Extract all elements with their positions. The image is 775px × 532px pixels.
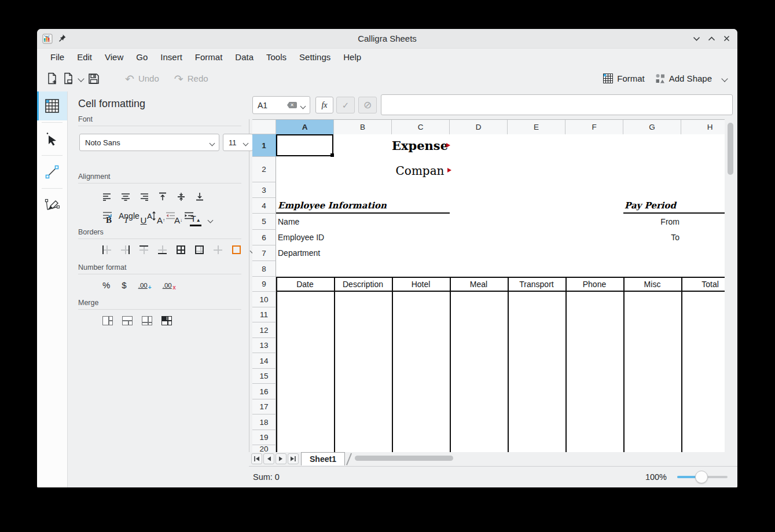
cell-tool-button[interactable] [37, 91, 67, 120]
redo-button[interactable]: ↷ Redo [172, 69, 211, 88]
row-header-6[interactable]: 6 [252, 230, 276, 245]
row-header-17[interactable]: 17 [252, 399, 276, 414]
row-header-12[interactable]: 12 [252, 322, 276, 338]
menu-item-insert[interactable]: Insert [154, 50, 189, 64]
row-header-18[interactable]: 18 [252, 414, 276, 430]
open-dropdown-icon[interactable] [76, 69, 86, 88]
formula-wizard-button[interactable]: fx [315, 97, 333, 113]
previous-sheet-button[interactable] [263, 453, 274, 464]
increase-indent-button[interactable] [182, 209, 196, 222]
accept-formula-button[interactable]: ✓ [336, 97, 355, 113]
cell-header-transport[interactable]: Transport [508, 278, 565, 291]
cell-employee-id[interactable]: Employee ID [278, 230, 324, 245]
selection-fill-handle[interactable] [330, 153, 334, 157]
border-left-icon[interactable] [102, 245, 111, 254]
border-right-icon[interactable] [121, 245, 130, 254]
cell-header-hotel[interactable]: Hotel [392, 278, 450, 291]
row-header-13[interactable]: 13 [252, 338, 276, 353]
row-header-5[interactable]: 5 [252, 214, 276, 230]
add-shape-button[interactable]: Add Shape [653, 69, 714, 88]
border-bottom-icon[interactable] [158, 245, 167, 254]
open-document-button[interactable] [60, 69, 76, 88]
menu-item-go[interactable]: Go [130, 50, 154, 64]
font-size-combobox[interactable]: 11 [223, 134, 253, 151]
zoom-slider-handle[interactable] [695, 471, 708, 483]
menu-item-edit[interactable]: Edit [71, 50, 98, 64]
row-header-3[interactable]: 3 [252, 182, 276, 198]
cell-selection-border[interactable] [276, 134, 333, 156]
format-button[interactable]: Format [601, 69, 647, 88]
align-left-button[interactable] [100, 190, 113, 203]
text-color-dropdown-icon[interactable] [204, 214, 216, 227]
row-header-11[interactable]: 11 [252, 307, 276, 322]
cell-header-phone[interactable]: Phone [565, 278, 623, 291]
border-none-icon[interactable] [214, 245, 222, 254]
line-tool-button[interactable] [37, 157, 67, 186]
cell-pay-period[interactable]: Pay Period [625, 198, 676, 212]
row-header-10[interactable]: 10 [252, 292, 276, 307]
cell-header-description[interactable]: Description [334, 278, 392, 291]
row-header-15[interactable]: 15 [252, 369, 276, 384]
menu-item-view[interactable]: View [98, 50, 130, 64]
clear-icon[interactable]: ✕ [287, 102, 297, 108]
merge-vertical-icon[interactable] [142, 316, 152, 325]
save-button[interactable] [86, 69, 102, 88]
currency-format-button[interactable]: $ [122, 280, 126, 290]
cell-header-meal[interactable]: Meal [450, 278, 508, 291]
cell-header-misc[interactable]: Misc [623, 278, 681, 291]
increase-precision-button[interactable]: .00+ [138, 282, 148, 289]
cell-reference-combobox[interactable]: A1 ✕ [252, 96, 310, 114]
angle-button[interactable]: Angle [119, 211, 139, 221]
cell-title[interactable]: Expense [392, 135, 447, 156]
align-right-button[interactable] [137, 190, 150, 203]
cell-from[interactable]: From [623, 214, 679, 230]
merge-horizontal-icon[interactable] [122, 316, 133, 325]
border-top-icon[interactable] [139, 245, 148, 254]
dissociate-cells-icon[interactable] [161, 316, 172, 325]
column-header-E[interactable]: E [508, 120, 565, 134]
cell-to[interactable]: To [623, 230, 679, 245]
column-header-H[interactable]: H [681, 120, 725, 134]
border-outline-icon[interactable] [195, 245, 204, 254]
minimize-icon[interactable] [692, 34, 701, 43]
cell-name[interactable]: Name [278, 214, 299, 230]
align-top-button[interactable] [156, 190, 169, 203]
align-bottom-button[interactable] [193, 190, 206, 203]
cell-employee-information[interactable]: Employee Information [278, 198, 387, 212]
vertical-scrollbar[interactable] [726, 120, 735, 450]
border-all-icon[interactable] [177, 245, 185, 254]
row-header-2[interactable]: 2 [252, 157, 276, 182]
selection-tool-button[interactable] [37, 124, 67, 153]
align-vcenter-button[interactable] [174, 190, 188, 203]
row-header-14[interactable]: 14 [252, 353, 276, 369]
last-sheet-button[interactable] [288, 453, 299, 464]
menu-item-file[interactable]: File [44, 50, 71, 64]
path-tool-button[interactable] [37, 190, 67, 219]
sheet-tab[interactable]: Sheet1 [301, 452, 345, 465]
decrease-indent-button[interactable] [164, 209, 178, 222]
border-color-swatch[interactable] [232, 245, 241, 254]
sheet-grid[interactable]: Expense Compan Employee Information Pay … [276, 134, 725, 452]
cell-subtitle[interactable]: Compan [392, 159, 448, 182]
menu-item-tools[interactable]: Tools [260, 50, 293, 64]
close-icon[interactable] [722, 34, 732, 43]
title-bar[interactable]: Calligra Sheets [37, 29, 737, 49]
row-header-20[interactable]: 20 [252, 445, 276, 452]
cell-header-date[interactable]: Date [276, 278, 334, 291]
first-sheet-button[interactable] [251, 453, 262, 464]
column-header-G[interactable]: G [623, 120, 681, 134]
zoom-slider[interactable] [677, 471, 728, 483]
formula-input[interactable] [381, 94, 733, 115]
column-header-A[interactable]: A [276, 120, 334, 134]
decrease-precision-button[interactable]: .00x [163, 282, 172, 289]
vertical-text-button[interactable]: A [144, 209, 159, 222]
new-document-button[interactable] [44, 69, 60, 88]
wrap-text-button[interactable] [100, 209, 114, 222]
row-header-4[interactable]: 4 [252, 198, 276, 214]
undo-button[interactable]: ↶ Undo [123, 69, 161, 88]
row-header-16[interactable]: 16 [252, 384, 276, 399]
add-shape-dropdown-icon[interactable] [720, 69, 729, 88]
menu-item-data[interactable]: Data [229, 50, 260, 64]
row-header-8[interactable]: 8 [252, 261, 276, 277]
align-center-button[interactable] [119, 190, 132, 203]
